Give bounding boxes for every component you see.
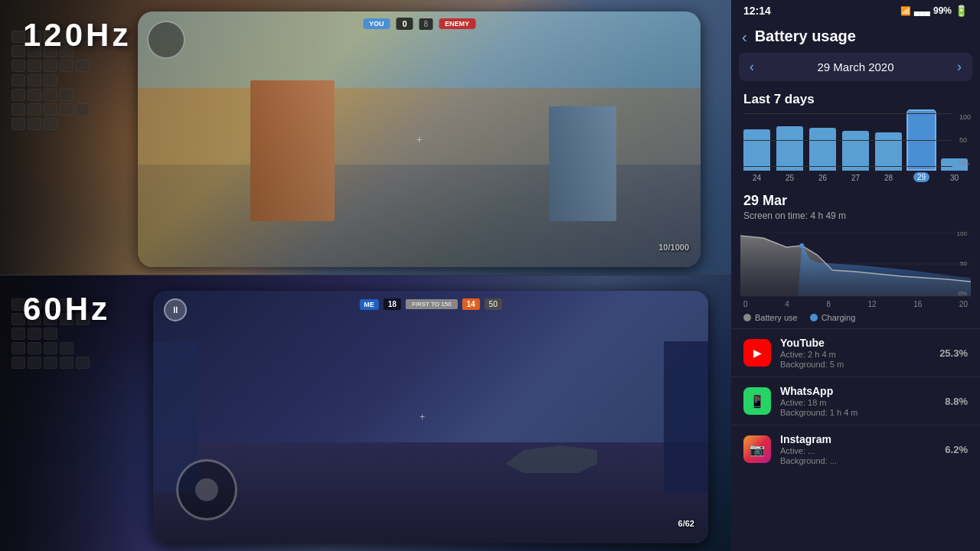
line-chart-svg: 100 50 0% — [740, 232, 971, 297]
current-date: 29 March 2020 — [817, 60, 893, 73]
whatsapp-background: Background: 1 h 4 m — [780, 408, 936, 417]
status-time: 12:14 — [743, 5, 771, 17]
svg-text:0%: 0% — [958, 290, 967, 297]
whatsapp-icon: 📱 — [743, 387, 771, 415]
x-axis-labels: 0 4 8 12 16 20 — [740, 300, 971, 308]
bar-25-label: 25 — [786, 174, 794, 182]
y-label-50: 50 — [959, 136, 971, 144]
grid-line-bot — [743, 166, 952, 167]
bar-27-label: 27 — [851, 174, 860, 182]
wifi-icon: 📶 — [900, 6, 911, 16]
x-label-8: 8 — [826, 300, 831, 308]
battery-icon: 🔋 — [955, 5, 968, 17]
app-item-youtube[interactable]: ▶ YouTube Active: 2 h 4 m Background: 5 … — [731, 328, 980, 377]
whatsapp-active: Active: 18 m — [780, 398, 936, 407]
x-label-4: 4 — [785, 300, 789, 308]
prev-date-button[interactable]: ‹ — [750, 59, 754, 75]
chart-grid — [743, 113, 952, 167]
right-panel: 12:14 📶 ▄▄▄ 99% 🔋 ‹ Battery usage ‹ 29 M… — [731, 0, 980, 551]
app-item-instagram[interactable]: 📷 Instagram Active: ... Background: ... … — [731, 425, 980, 473]
legend-battery-label: Battery use — [755, 313, 798, 322]
hz-label-bottom: 60Hz — [23, 291, 110, 328]
app-item-whatsapp[interactable]: 📱 WhatsApp Active: 18 m Background: 1 h … — [731, 377, 980, 425]
line-chart-container: 100 50 0% 0 4 8 12 16 20 — [731, 226, 980, 310]
seven-day-chart: 24 25 26 27 28 29 — [731, 113, 980, 182]
svg-text:50: 50 — [960, 260, 967, 267]
whatsapp-name: WhatsApp — [780, 385, 936, 397]
grid-line-top — [743, 113, 952, 114]
whatsapp-info: WhatsApp Active: 18 m Background: 1 h 4 … — [780, 385, 936, 417]
bar-24-label: 24 — [753, 174, 761, 182]
instagram-active: Active: ... — [780, 446, 936, 455]
page-title: Battery usage — [755, 28, 856, 45]
x-label-12: 12 — [867, 300, 876, 308]
bar-26-label: 26 — [818, 174, 827, 182]
legend-charging-label: Charging — [822, 313, 856, 322]
instagram-info: Instagram Active: ... Background: ... — [780, 433, 936, 465]
legend-dot-battery — [743, 314, 751, 321]
youtube-percent: 25.3% — [939, 347, 968, 359]
bar-28-label: 28 — [884, 174, 893, 182]
date-navigation: ‹ 29 March 2020 › — [739, 53, 972, 81]
y-label-0: 0% — [959, 159, 971, 167]
next-date-button[interactable]: › — [957, 59, 962, 75]
status-bar: 12:14 📶 ▄▄▄ 99% 🔋 — [731, 0, 980, 21]
grid-line-mid — [743, 140, 952, 141]
bar-29-label: 29 — [913, 172, 929, 182]
signal-icon: ▄▄▄ — [914, 7, 930, 15]
x-label-20: 20 — [959, 300, 968, 308]
y-axis: 100 50 0% — [959, 113, 971, 167]
instagram-icon: 📷 — [743, 435, 771, 463]
instagram-percent: 6.2% — [945, 444, 968, 455]
status-icons: 📶 ▄▄▄ 99% 🔋 — [900, 5, 968, 17]
x-label-0: 0 — [743, 300, 748, 308]
screen-on-time: Screen on time: 4 h 49 m — [743, 210, 968, 221]
bar-chart: 24 25 26 27 28 29 — [740, 113, 971, 182]
hz-label-top: 120Hz — [23, 17, 131, 54]
bar-30-label: 30 — [950, 174, 959, 182]
day-stats: 29 Mar Screen on time: 4 h 49 m — [731, 182, 980, 226]
youtube-info: YouTube Active: 2 h 4 m Background: 5 m — [780, 337, 930, 369]
instagram-name: Instagram — [780, 433, 936, 445]
legend-dot-charging — [810, 314, 818, 321]
youtube-icon: ▶ — [743, 339, 771, 367]
phone-mockup-top: YOU 0 8 ENEMY 10/1000 + — [138, 11, 701, 267]
legend-charging: Charging — [810, 313, 856, 322]
page-header: ‹ Battery usage — [731, 21, 980, 53]
legend-battery-use: Battery use — [743, 313, 798, 322]
seven-day-title: Last 7 days — [731, 81, 980, 113]
x-label-16: 16 — [913, 300, 922, 308]
video-bottom: 60Hz ⏸ ME 18 FIRST TO 150 14 50 6/62 — [0, 276, 731, 551]
video-area: 120Hz YOU 0 8 ENEMY 10/1000 + — [0, 0, 731, 551]
y-label-100: 100 — [959, 113, 971, 121]
svg-text:100: 100 — [957, 232, 968, 237]
chart-legend: Battery use Charging — [731, 310, 980, 328]
battery-percent: 99% — [933, 5, 952, 16]
day-title: 29 Mar — [743, 193, 968, 209]
youtube-background: Background: 5 m — [780, 360, 930, 369]
youtube-name: YouTube — [780, 337, 930, 349]
video-top: 120Hz YOU 0 8 ENEMY 10/1000 + — [0, 0, 731, 276]
svg-point-3 — [799, 243, 804, 248]
back-button[interactable]: ‹ — [742, 29, 747, 44]
youtube-active: Active: 2 h 4 m — [780, 350, 930, 359]
instagram-background: Background: ... — [780, 456, 936, 465]
phone-mockup-bottom: ⏸ ME 18 FIRST TO 150 14 50 6/62 + — [153, 291, 708, 543]
whatsapp-percent: 8.8% — [945, 396, 968, 407]
